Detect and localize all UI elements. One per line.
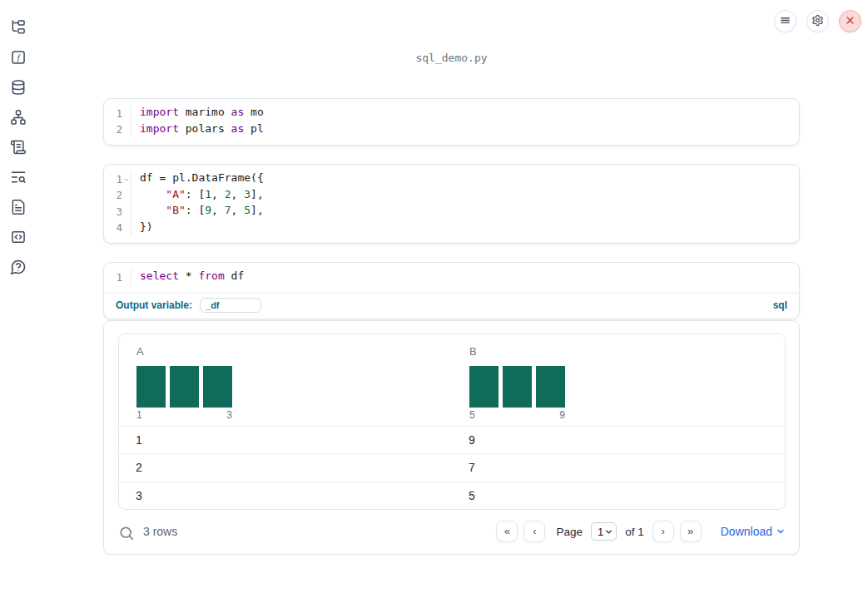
code-line[interactable]: 4})	[104, 220, 799, 237]
table-row[interactable]: 35	[119, 482, 785, 510]
line-gutter: 1	[104, 106, 131, 122]
code-line[interactable]: 1df = pl.DataFrame({	[104, 171, 799, 188]
sidebar-item-documentation[interactable]	[10, 199, 27, 215]
function-square-icon: f	[10, 49, 27, 66]
first-page-button[interactable]: «	[496, 521, 518, 542]
sidebar-item-help[interactable]	[10, 259, 27, 275]
line-gutter: 1	[104, 171, 131, 188]
line-number: 4	[117, 222, 122, 234]
cell-output: A13B59 192735 3 rows « ‹ Page 1 of 1 ›	[103, 320, 800, 556]
column-name: B	[461, 345, 776, 358]
fold-chevron-icon[interactable]	[122, 176, 131, 183]
output-variable-input[interactable]	[200, 298, 261, 313]
sidebar-item-file-explorer[interactable]	[10, 19, 27, 36]
line-number: 1	[117, 272, 122, 284]
scroll-text-icon	[10, 139, 27, 156]
code-editor[interactable]: 1import marimo as mo2import polars as pl	[104, 99, 799, 145]
sql-cell-footer: Output variable: sql	[104, 293, 799, 319]
output-variable-label: Output variable:	[116, 299, 192, 311]
sidebar-item-snippets[interactable]	[10, 229, 27, 245]
column-histogram[interactable]	[469, 366, 565, 408]
table-body: 192735	[119, 426, 785, 510]
code-text: "B": [9, 7, 5],	[131, 204, 264, 220]
code-line[interactable]: 3 "B": [9, 7, 5],	[104, 204, 799, 220]
chevron-down-icon	[604, 527, 613, 536]
table-footer: 3 rows « ‹ Page 1 of 1 › » Download	[104, 510, 799, 554]
table-cell: 2	[127, 461, 460, 474]
helper-panel-sidebar: f	[0, 0, 37, 593]
line-gutter: 3	[104, 204, 131, 220]
sidebar-item-variables[interactable]: f	[10, 49, 27, 66]
table-row[interactable]: 27	[119, 453, 785, 482]
histogram-bar	[136, 366, 166, 408]
histogram-bar	[469, 366, 498, 408]
search-icon	[118, 525, 132, 541]
line-number: 2	[117, 190, 122, 201]
language-badge: sql	[773, 299, 787, 311]
line-number: 2	[117, 124, 122, 136]
notebook-main: sql_demo.py 1import marimo as mo2import …	[103, 0, 800, 555]
table-cell: 1	[127, 433, 460, 447]
code-cell-dataframe[interactable]: 1df = pl.DataFrame({2 "A": [1, 2, 3],3 "…	[103, 164, 800, 244]
sidebar-item-logs[interactable]	[10, 169, 27, 185]
table-row[interactable]: 19	[119, 426, 785, 454]
table-search-button[interactable]	[118, 525, 132, 539]
table-header: A13B59	[119, 334, 785, 426]
line-number: 3	[117, 206, 122, 218]
histogram-bar	[203, 366, 232, 408]
code-square-icon	[10, 229, 27, 245]
histogram-axis-labels: 13	[136, 409, 232, 421]
code-cell-imports[interactable]: 1import marimo as mo2import polars as pl	[103, 98, 800, 146]
sidebar-item-scratchpad[interactable]	[10, 139, 27, 156]
download-label: Download	[721, 525, 772, 538]
page-select-value: 1	[598, 526, 603, 538]
column-header-a[interactable]: A13	[127, 345, 460, 421]
column-name: A	[128, 345, 460, 358]
download-button[interactable]: Download	[721, 525, 786, 538]
table-cell: 7	[460, 461, 776, 474]
chevron-down-icon	[776, 526, 786, 536]
code-line[interactable]: 2 "A": [1, 2, 3],	[104, 188, 799, 205]
code-editor[interactable]: 1select * from df	[104, 263, 799, 293]
code-line[interactable]: 1select * from df	[104, 269, 799, 286]
sidebar-item-dependency-graph[interactable]	[10, 109, 27, 126]
row-count-label: 3 rows	[143, 525, 177, 538]
line-gutter: 2	[104, 122, 131, 139]
histogram-bar	[536, 366, 565, 408]
pagination: « ‹ Page 1 of 1 › » Download	[496, 521, 786, 542]
page-of-label: of 1	[625, 526, 644, 538]
table-cell: 5	[460, 489, 776, 502]
code-line[interactable]: 2import polars as pl	[104, 122, 799, 139]
previous-page-button[interactable]: ‹	[523, 521, 545, 542]
last-page-button[interactable]: »	[680, 521, 702, 542]
line-gutter: 1	[104, 269, 131, 286]
code-text: select * from df	[131, 269, 244, 286]
code-text: df = pl.DataFrame({	[131, 171, 264, 188]
next-page-button[interactable]: ›	[652, 521, 674, 542]
code-line[interactable]: 1import marimo as mo	[104, 106, 799, 122]
file-text-icon	[10, 199, 27, 215]
column-header-b[interactable]: B59	[460, 345, 776, 421]
file-tree-icon	[10, 19, 27, 36]
page-label: Page	[556, 526, 583, 538]
histogram-bar	[170, 366, 199, 408]
page-select[interactable]: 1	[591, 522, 617, 541]
text-search-icon	[10, 169, 27, 185]
settings-button[interactable]	[806, 10, 829, 32]
network-icon	[10, 109, 27, 126]
line-number: 1	[117, 174, 122, 185]
histogram-axis-labels: 59	[469, 409, 565, 421]
histogram-bar	[503, 366, 532, 408]
sql-cell[interactable]: 1select * from df Output variable: sql	[103, 262, 800, 319]
message-question-icon	[10, 259, 27, 275]
database-icon	[10, 79, 27, 96]
notebook-filename: sql_demo.py	[103, 52, 800, 64]
shutdown-button[interactable]	[839, 10, 861, 32]
column-histogram[interactable]	[136, 366, 232, 408]
line-number: 1	[117, 108, 122, 120]
table-cell: 3	[127, 489, 460, 502]
code-editor[interactable]: 1df = pl.DataFrame({2 "A": [1, 2, 3],3 "…	[104, 165, 799, 243]
sidebar-item-datasources[interactable]	[10, 79, 27, 96]
table-cell: 9	[460, 433, 776, 447]
gear-icon	[811, 14, 824, 29]
